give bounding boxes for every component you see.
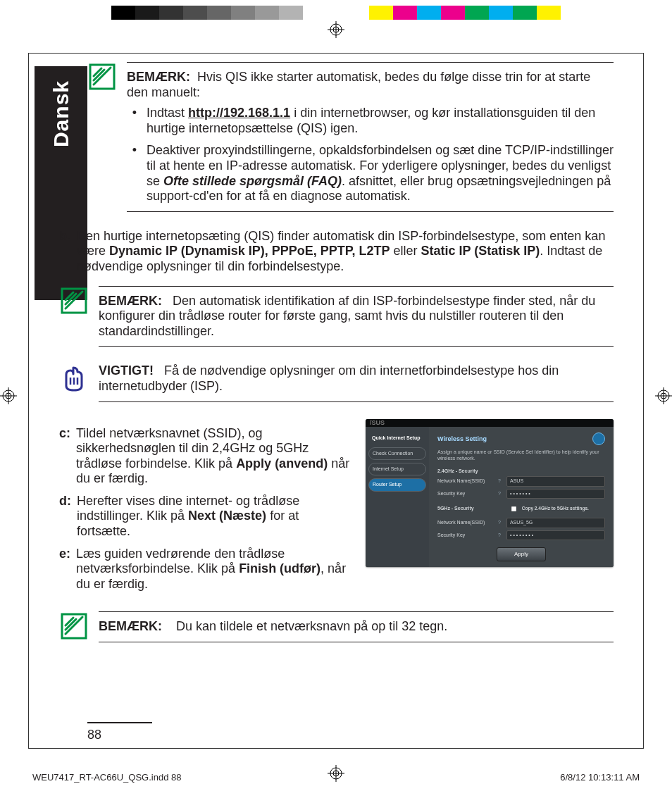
qis-step-1: Check Connection [368, 447, 426, 460]
note-icon [59, 286, 89, 316]
help-icon [592, 432, 605, 445]
important-block: VIGTIGT! Få de nødvendige oplysninger om… [59, 363, 614, 409]
print-color-bar [111, 6, 561, 20]
note1-bullet-1: Indtast http://192.168.1.1 i din interne… [144, 106, 614, 136]
note1-bullet-2: Deaktiver proxyindstillingerne, opkaldsf… [144, 143, 614, 204]
important-text: Få de nødvendige oplysninger om din inte… [99, 363, 559, 393]
sec-24ghz: 2.4GHz - Security [437, 468, 498, 474]
qis-step-3: Router Setup [368, 478, 426, 491]
step-d: d: Herefter vises dine internet- og tråd… [59, 494, 354, 540]
panel-subtitle: Assign a unique name or SSID (Service Se… [437, 449, 605, 461]
note-icon [87, 62, 117, 92]
step-b: b: Den hurtige internetopsæting (QIS) fi… [59, 229, 614, 275]
note-block-2: BEMÆRK: Den automatisk identifikation af… [59, 286, 614, 354]
registration-mark-top [328, 21, 344, 38]
note3-text: Du kan tildele et netværksnavn på op til… [176, 619, 447, 633]
sec-5ghz: 5GHz - Security [437, 506, 498, 511]
step-c: c: Tildel netværksnavnet (SSID), og sikk… [59, 426, 354, 487]
page-number: 88 [87, 722, 152, 742]
note1-url: http://192.168.1.1 [188, 106, 290, 120]
copy-checkbox [511, 506, 517, 512]
page-content: BEMÆRK: Hvis QIS ikke starter automatisk… [87, 62, 614, 720]
slug-filename: WEU7417_RT-AC66U_QSG.indd 88 [32, 772, 181, 783]
print-slug-footer: WEU7417_RT-AC66U_QSG.indd 88 6/8/12 10:1… [32, 772, 640, 783]
note-block-1: BEMÆRK: Hvis QIS ikke starter automatisk… [87, 62, 614, 219]
router-ui-figure: /SUS Quick Internet Setup Check Connecti… [366, 419, 614, 567]
router-brand: /SUS [370, 419, 385, 427]
registration-mark-left [0, 387, 17, 404]
note-block-3: BEMÆRK: Du kan tildele et netværksnavn p… [59, 611, 614, 649]
step-b-label: b: [59, 229, 71, 275]
step-e: e: Læs guiden vedrørende den trådløse ne… [59, 547, 354, 592]
language-label: Dansk [49, 80, 73, 147]
registration-mark-right [655, 387, 672, 404]
slug-timestamp: 6/8/12 10:13:11 AM [560, 772, 640, 783]
apply-button: Apply [497, 547, 546, 561]
panel-title: Wireless Setting [437, 435, 487, 443]
page-frame: Dansk BEMÆRK: Hvis QIS ikke starter auto… [28, 53, 644, 749]
note-icon [59, 611, 89, 641]
note1-lead: BEMÆRK: [127, 70, 190, 84]
note2-text: Den automatisk identifikation af din ISP… [99, 294, 595, 338]
note2-lead: BEMÆRK: [99, 294, 162, 308]
important-lead: VIGTIGT! [99, 363, 154, 378]
important-icon [59, 363, 89, 393]
note1-intro: Hvis QIS ikke starter automatisk, bedes … [127, 70, 590, 99]
note3-lead: BEMÆRK: [99, 619, 162, 633]
qis-header: Quick Internet Setup [368, 432, 426, 444]
steps-with-figure: c: Tildel netværksnavnet (SSID), og sikk… [59, 419, 614, 599]
qis-step-2: Internet Setup [368, 463, 426, 475]
